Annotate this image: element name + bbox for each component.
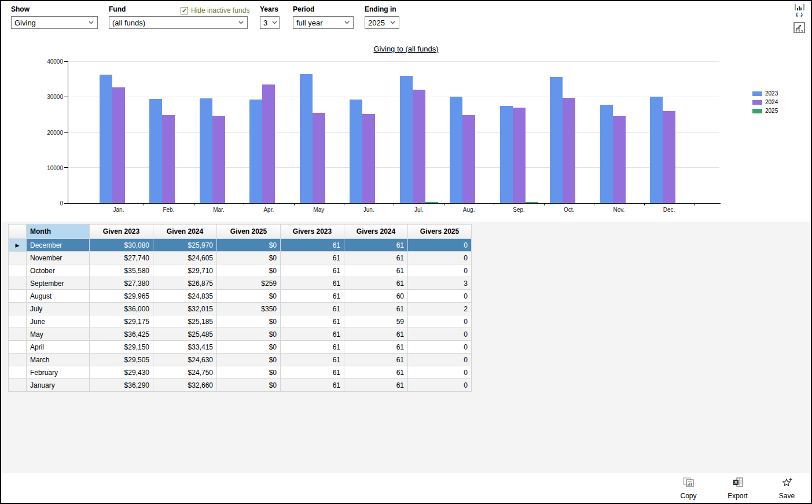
export-button[interactable]: X Export bbox=[722, 475, 754, 500]
cell-givers-2023[interactable]: 61 bbox=[281, 315, 344, 328]
cell-given-2023[interactable]: $29,175 bbox=[90, 315, 153, 328]
table-row-october[interactable]: October$35,580$29,710$061610 bbox=[9, 264, 472, 277]
table-row-august[interactable]: August$29,965$24,835$061600 bbox=[9, 290, 472, 303]
cell-given-2023[interactable]: $27,740 bbox=[90, 252, 153, 264]
cell-givers-2025[interactable]: 0 bbox=[408, 354, 472, 366]
cell-givers-2023[interactable]: 61 bbox=[281, 303, 344, 315]
cell-month[interactable]: October bbox=[27, 264, 90, 277]
table-row-november[interactable]: November$27,740$24,605$061610 bbox=[9, 252, 472, 264]
row-selector-cell[interactable] bbox=[9, 290, 27, 303]
cell-givers-2024[interactable]: 61 bbox=[344, 341, 408, 354]
table-row-december[interactable]: ▶December$30,080$25,970$061610 bbox=[9, 239, 472, 252]
hide-inactive-checkbox[interactable]: ✓ Hide inactive funds bbox=[181, 6, 249, 14]
cell-givers-2025[interactable]: 2 bbox=[408, 303, 472, 315]
cell-givers-2024[interactable]: 61 bbox=[344, 252, 408, 264]
table-row-september[interactable]: September$27,380$26,875$25961613 bbox=[9, 277, 472, 290]
column-header-given-2025[interactable]: Given 2025 bbox=[217, 225, 281, 239]
cell-given-2025[interactable]: $0 bbox=[217, 366, 281, 379]
column-header-givers-2023[interactable]: Givers 2023 bbox=[281, 225, 344, 239]
cell-givers-2024[interactable]: 59 bbox=[344, 315, 408, 328]
row-selector-cell[interactable] bbox=[9, 341, 27, 354]
column-header-givers-2025[interactable]: Givers 2025 bbox=[408, 225, 472, 239]
row-selector-cell[interactable] bbox=[9, 252, 27, 264]
cell-month[interactable]: May bbox=[27, 328, 90, 341]
cell-givers-2023[interactable]: 61 bbox=[281, 290, 344, 303]
cell-given-2025[interactable]: $0 bbox=[217, 379, 281, 392]
cell-month[interactable]: August bbox=[27, 290, 90, 303]
cell-month[interactable]: January bbox=[27, 379, 90, 392]
cell-givers-2024[interactable]: 61 bbox=[344, 239, 408, 252]
cell-givers-2024[interactable]: 61 bbox=[344, 264, 408, 277]
cell-givers-2024[interactable]: 61 bbox=[344, 303, 408, 315]
cell-given-2024[interactable]: $24,630 bbox=[153, 354, 217, 366]
cell-month[interactable]: June bbox=[27, 315, 90, 328]
cell-givers-2025[interactable]: 0 bbox=[408, 341, 472, 354]
row-selector-cell[interactable] bbox=[9, 315, 27, 328]
row-selector-cell[interactable] bbox=[9, 379, 27, 392]
cell-givers-2023[interactable]: 61 bbox=[281, 239, 344, 252]
cell-given-2025[interactable]: $0 bbox=[217, 315, 281, 328]
cell-given-2024[interactable]: $26,875 bbox=[153, 277, 217, 290]
cell-month[interactable]: November bbox=[27, 252, 90, 264]
table-row-january[interactable]: January$36,290$32,660$061610 bbox=[9, 379, 472, 392]
chart-title-link[interactable]: Giving to (all funds) bbox=[1, 45, 811, 53]
ending-in-select[interactable]: 2025 bbox=[365, 16, 399, 29]
cell-given-2025[interactable]: $0 bbox=[217, 264, 281, 277]
cell-given-2024[interactable]: $32,015 bbox=[153, 303, 217, 315]
save-button[interactable]: Save bbox=[771, 475, 803, 500]
cell-givers-2024[interactable]: 61 bbox=[344, 379, 408, 392]
copy-button[interactable]: Copy bbox=[673, 475, 704, 500]
chart-sync-icon[interactable] bbox=[792, 3, 806, 17]
cell-given-2024[interactable]: $29,710 bbox=[153, 264, 217, 277]
cell-given-2023[interactable]: $30,080 bbox=[90, 239, 153, 252]
cell-given-2024[interactable]: $25,185 bbox=[153, 315, 217, 328]
cell-givers-2025[interactable]: 3 bbox=[408, 277, 472, 290]
cell-givers-2024[interactable]: 61 bbox=[344, 354, 408, 366]
row-selector-cell[interactable]: ▶ bbox=[9, 239, 27, 252]
cell-month[interactable]: April bbox=[27, 341, 90, 354]
cell-givers-2025[interactable]: 0 bbox=[408, 379, 472, 392]
cell-month[interactable]: February bbox=[27, 366, 90, 379]
cell-given-2023[interactable]: $36,000 bbox=[90, 303, 153, 315]
period-select[interactable]: full year bbox=[293, 16, 354, 29]
table-row-june[interactable]: June$29,175$25,185$061590 bbox=[9, 315, 472, 328]
table-row-may[interactable]: May$36,425$25,485$061610 bbox=[9, 328, 472, 341]
cell-given-2023[interactable]: $36,290 bbox=[90, 379, 153, 392]
cell-month[interactable]: March bbox=[27, 354, 90, 366]
cell-given-2024[interactable]: $32,660 bbox=[153, 379, 217, 392]
cell-month[interactable]: September bbox=[27, 277, 90, 290]
table-row-march[interactable]: March$29,505$24,630$061610 bbox=[9, 354, 472, 366]
column-header-givers-2024[interactable]: Givers 2024 bbox=[344, 225, 408, 239]
column-header-given-2023[interactable]: Given 2023 bbox=[90, 225, 153, 239]
cell-given-2025[interactable]: $259 bbox=[217, 277, 281, 290]
cell-givers-2024[interactable]: 61 bbox=[344, 328, 408, 341]
cell-givers-2023[interactable]: 61 bbox=[281, 328, 344, 341]
cell-given-2025[interactable]: $350 bbox=[217, 303, 281, 315]
row-selector-cell[interactable] bbox=[9, 277, 27, 290]
cell-month[interactable]: July bbox=[27, 303, 90, 315]
cell-givers-2024[interactable]: 60 bbox=[344, 290, 408, 303]
table-row-february[interactable]: February$29,430$24,750$061610 bbox=[9, 366, 472, 379]
cell-given-2023[interactable]: $29,965 bbox=[90, 290, 153, 303]
cell-given-2023[interactable]: $36,425 bbox=[90, 328, 153, 341]
cell-given-2024[interactable]: $25,485 bbox=[153, 328, 217, 341]
cell-given-2024[interactable]: $33,415 bbox=[153, 341, 217, 354]
cell-givers-2023[interactable]: 61 bbox=[281, 252, 344, 264]
cell-givers-2025[interactable]: 0 bbox=[408, 366, 472, 379]
cell-givers-2023[interactable]: 61 bbox=[281, 264, 344, 277]
cell-given-2025[interactable]: $0 bbox=[217, 252, 281, 264]
cell-givers-2023[interactable]: 61 bbox=[281, 366, 344, 379]
table-row-april[interactable]: April$29,150$33,415$061610 bbox=[9, 341, 472, 354]
cell-given-2024[interactable]: $24,605 bbox=[153, 252, 217, 264]
cell-givers-2024[interactable]: 61 bbox=[344, 277, 408, 290]
cell-given-2023[interactable]: $27,380 bbox=[90, 277, 153, 290]
table-row-july[interactable]: July$36,000$32,015$35061612 bbox=[9, 303, 472, 315]
cell-given-2023[interactable]: $29,150 bbox=[90, 341, 153, 354]
cell-given-2023[interactable]: $35,580 bbox=[90, 264, 153, 277]
cell-given-2024[interactable]: $24,750 bbox=[153, 366, 217, 379]
cell-givers-2023[interactable]: 61 bbox=[281, 341, 344, 354]
years-select[interactable]: 3 bbox=[260, 16, 280, 29]
cell-givers-2025[interactable]: 0 bbox=[408, 290, 472, 303]
cell-givers-2025[interactable]: 0 bbox=[408, 328, 472, 341]
cell-given-2023[interactable]: $29,430 bbox=[90, 366, 153, 379]
